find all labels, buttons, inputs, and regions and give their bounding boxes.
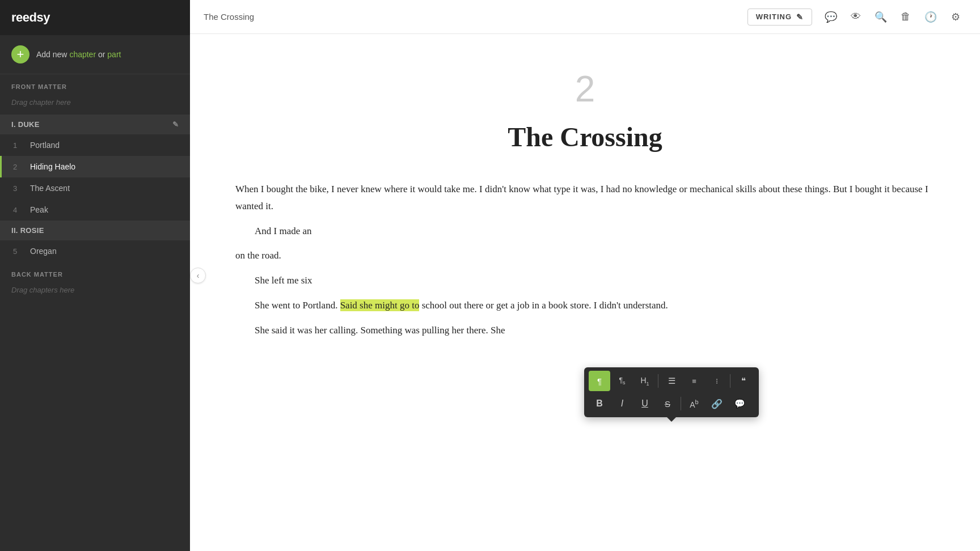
front-matter-drag: Drag chapter here xyxy=(0,94,190,115)
ordered-list-button[interactable]: ≡ xyxy=(683,371,705,391)
link-icon: 🔗 xyxy=(711,399,723,409)
toolbar-divider-3 xyxy=(681,397,681,410)
ordered-list-icon: ≡ xyxy=(692,377,696,385)
formatting-row-2: B I U S Ab 🔗 💬 xyxy=(589,393,754,414)
unordered-list-button[interactable]: ⁝ xyxy=(706,371,728,391)
chapter-portland[interactable]: 1 Portland xyxy=(0,134,190,156)
strikethrough-icon: S xyxy=(665,399,670,409)
bold-button[interactable]: B xyxy=(589,393,610,414)
chapter-number: 2 xyxy=(235,68,935,110)
body-text[interactable]: When I bought the bike, I never knew whe… xyxy=(235,181,935,338)
align-button[interactable]: ☰ xyxy=(661,371,682,391)
comment-button[interactable]: 💬 xyxy=(820,6,842,28)
heading-1-button[interactable]: H1 xyxy=(634,371,656,391)
link-button[interactable]: 🔗 xyxy=(706,393,728,414)
writing-mode-button[interactable]: WRITING ✎ xyxy=(747,9,812,26)
settings-button[interactable]: ⚙ xyxy=(945,6,966,28)
paragraph-icon: ¶ xyxy=(597,376,602,386)
part-ii-header[interactable]: II. ROSIE xyxy=(0,221,190,240)
paragraph-sans-button[interactable]: ¶s xyxy=(611,371,633,391)
comment-icon: 💬 xyxy=(825,11,837,23)
highlighted-text: Said she might go to xyxy=(340,299,420,311)
history-button[interactable]: 🕐 xyxy=(920,6,941,28)
paragraph-5: She said it was her calling. Something w… xyxy=(235,322,935,339)
heading-1-icon: H1 xyxy=(640,376,649,387)
toolbar-arrow xyxy=(667,417,676,422)
settings-icon: ⚙ xyxy=(951,11,960,23)
chapter-link[interactable]: chapter xyxy=(69,50,96,59)
paragraph-3: She left me six xyxy=(235,272,935,289)
part-i-edit-icon[interactable]: ✎ xyxy=(172,120,179,129)
pencil-icon: ✎ xyxy=(796,12,804,22)
content-area[interactable]: 2 The Crossing When I bought the bike, I… xyxy=(190,34,980,551)
toolbar-divider-2 xyxy=(730,374,730,388)
paragraph-2: And I made an xyxy=(235,223,935,240)
unordered-list-icon: ⁝ xyxy=(716,377,718,385)
inline-comment-icon: 💬 xyxy=(734,399,745,409)
sidebar-collapse-button[interactable]: ‹ xyxy=(190,268,206,283)
align-icon: ☰ xyxy=(668,376,675,386)
back-matter-label: BACK MATTER xyxy=(0,262,190,281)
chapter-heading: The Crossing xyxy=(235,121,935,152)
chapter-the-ascent[interactable]: 3 The Ascent xyxy=(0,177,190,199)
chapter-hiding-haelo[interactable]: 2 Hiding Haelo xyxy=(0,156,190,177)
floating-text-toolbar: ¶ ¶s H1 ☰ ≡ ⁝ xyxy=(584,367,759,417)
history-icon: 🕐 xyxy=(924,11,937,23)
blockquote-icon: ❝ xyxy=(741,376,746,386)
font-size-icon: Ab xyxy=(690,399,698,409)
toolbar-divider-1 xyxy=(658,374,658,388)
add-new-row: + Add new chapter or part xyxy=(0,35,190,74)
trash-icon: 🗑 xyxy=(901,11,911,23)
delete-button[interactable]: 🗑 xyxy=(895,6,916,28)
font-size-button[interactable]: Ab xyxy=(683,393,705,414)
search-icon: 🔍 xyxy=(875,11,887,23)
paragraph-sans-icon: ¶s xyxy=(619,376,626,385)
front-matter-label: FRONT MATTER xyxy=(0,74,190,94)
paragraph-1: When I bought the bike, I never knew whe… xyxy=(235,181,935,215)
italic-icon: I xyxy=(621,399,623,409)
back-matter-drag: Drag chapters here xyxy=(0,281,190,302)
paragraph-4: She went to Portland. Said she might go … xyxy=(235,297,935,314)
underline-button[interactable]: U xyxy=(634,393,656,414)
blockquote-button[interactable]: ❝ xyxy=(733,371,754,391)
search-button[interactable]: 🔍 xyxy=(870,6,892,28)
logo: reedsy xyxy=(11,10,50,25)
chapter-title-header: The Crossing xyxy=(204,12,254,22)
add-icon[interactable]: + xyxy=(11,45,29,63)
eye-icon: 👁 xyxy=(851,11,861,23)
paragraph-style-button[interactable]: ¶ xyxy=(589,371,610,391)
sidebar: reedsy + Add new chapter or part FRONT M… xyxy=(0,0,190,551)
chapter-peak[interactable]: 4 Peak xyxy=(0,199,190,221)
strikethrough-button[interactable]: S xyxy=(657,393,678,414)
italic-button[interactable]: I xyxy=(611,393,633,414)
paragraph-2-cont: on the road. xyxy=(235,247,935,264)
underline-icon: U xyxy=(641,399,648,409)
inline-comment-button[interactable]: 💬 xyxy=(729,393,750,414)
main-toolbar: The Crossing WRITING ✎ 💬 👁 🔍 🗑 🕐 ⚙ xyxy=(190,0,980,34)
part-link[interactable]: part xyxy=(107,50,121,59)
part-i-header[interactable]: I. DUKE ✎ xyxy=(0,115,190,134)
preview-button[interactable]: 👁 xyxy=(845,6,867,28)
add-new-text: Add new chapter or part xyxy=(36,50,121,59)
formatting-row-1: ¶ ¶s H1 ☰ ≡ ⁝ xyxy=(589,371,754,391)
toolbar-right: WRITING ✎ 💬 👁 🔍 🗑 🕐 ⚙ xyxy=(747,6,966,28)
bold-icon: B xyxy=(596,399,603,409)
sidebar-header: reedsy xyxy=(0,0,190,35)
main-content-area: The Crossing WRITING ✎ 💬 👁 🔍 🗑 🕐 ⚙ xyxy=(190,0,980,551)
chapter-oregan[interactable]: 5 Oregan xyxy=(0,240,190,262)
